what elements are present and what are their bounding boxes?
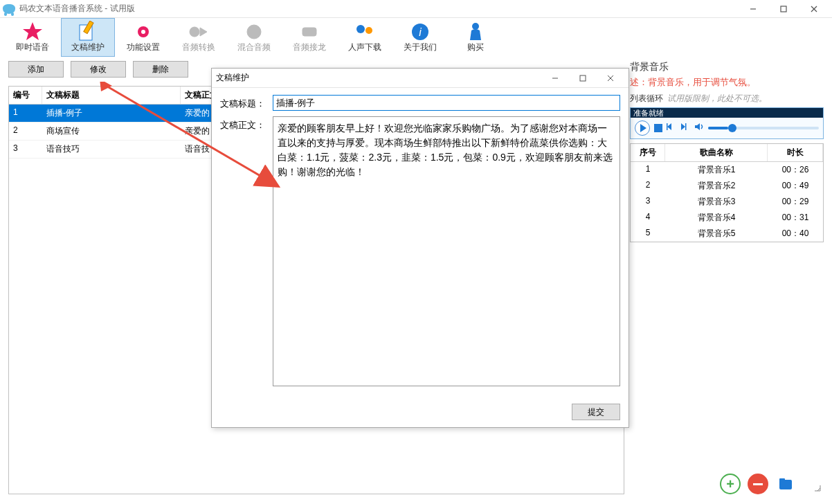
prev-button[interactable] — [667, 122, 676, 134]
toolbar-audio-chain[interactable]: 音频接龙 — [282, 18, 336, 57]
svg-rect-20 — [779, 478, 785, 481]
svg-text:i: i — [419, 26, 422, 38]
svg-rect-22 — [580, 75, 586, 81]
svg-rect-18 — [685, 123, 687, 130]
svg-rect-11 — [302, 28, 316, 36]
add-music-button[interactable]: + — [720, 474, 741, 494]
toolbar-doc-maintain[interactable]: 文稿维护 — [61, 18, 115, 57]
svg-point-10 — [247, 25, 261, 39]
toolbar-label: 即时语音 — [16, 42, 49, 53]
toolbar-mix-audio[interactable]: 混合音频 — [227, 18, 281, 57]
title-label: 文稿标题： — [220, 95, 273, 110]
toolbar-label: 混合音频 — [237, 42, 271, 53]
toolbar-audio-convert[interactable]: 音频转换 — [172, 18, 226, 57]
svg-rect-19 — [779, 480, 792, 489]
music-row[interactable]: 5背景音乐500：40 — [631, 226, 823, 242]
resize-handle[interactable] — [803, 474, 824, 494]
svg-rect-1 — [781, 6, 786, 12]
col-title: 文稿标题 — [42, 87, 181, 104]
toolbar-label: 功能设置 — [127, 42, 160, 53]
close-button[interactable] — [799, 0, 829, 18]
title-input[interactable] — [273, 95, 620, 111]
buy-icon — [464, 22, 487, 42]
submit-button[interactable]: 提交 — [572, 404, 620, 420]
titlebar: 码农文本语音播音系统 - 试用版 — [0, 0, 832, 18]
music-row[interactable]: 1背景音乐100：26 — [631, 162, 823, 178]
svg-point-9 — [190, 27, 199, 37]
toolbar-about[interactable]: i 关于我们 — [393, 18, 447, 57]
dialog-maximize-button[interactable] — [569, 69, 597, 88]
toolbar-buy[interactable]: 购买 — [449, 18, 503, 57]
doc-edit-dialog: 文稿维护 文稿标题： 文稿正文： 提交 — [211, 68, 629, 428]
window-title: 码农文本语音播音系统 - 试用版 — [19, 3, 135, 15]
toolbar-label: 文稿维护 — [71, 42, 105, 53]
svg-point-16 — [472, 23, 479, 30]
app-icon — [3, 4, 15, 14]
music-row[interactable]: 3背景音乐300：29 — [631, 194, 823, 210]
toolbar-voice-download[interactable]: 人声下载 — [338, 18, 392, 57]
remove-music-button[interactable] — [748, 474, 768, 494]
toolbar-label: 关于我们 — [404, 42, 437, 53]
play-button[interactable] — [635, 120, 650, 136]
svg-marker-4 — [23, 22, 42, 40]
music-row[interactable]: 4背景音乐400：31 — [631, 210, 823, 226]
toolbar-label: 购买 — [467, 42, 484, 53]
next-button[interactable] — [680, 122, 690, 134]
svg-point-8 — [141, 30, 145, 34]
delete-button[interactable]: 删除 — [133, 61, 188, 78]
toolbar-instant-voice[interactable]: 即时语音 — [6, 18, 60, 57]
toolbar-label: 音频转换 — [182, 42, 215, 53]
mix-icon — [243, 22, 265, 42]
body-label: 文稿正文： — [220, 116, 273, 132]
bgm-desc: 述：背景音乐，用于调节气氛。 — [630, 76, 824, 89]
minimize-button[interactable] — [738, 0, 768, 18]
progress-slider[interactable] — [708, 127, 819, 129]
toolbar-settings[interactable]: 功能设置 — [116, 18, 170, 57]
body-textarea[interactable] — [273, 116, 620, 386]
chain-icon — [298, 22, 320, 42]
audio-player: 准备就绪 — [630, 107, 824, 139]
volume-icon[interactable] — [694, 122, 704, 134]
music-table: 序号 歌曲名称 时长 1背景音乐100：26 2背景音乐200：49 3背景音乐… — [630, 143, 824, 242]
add-button[interactable]: 添加 — [8, 61, 64, 78]
maximize-button[interactable] — [768, 0, 799, 18]
gear-icon — [132, 22, 154, 42]
toolbar-label: 音频接龙 — [293, 42, 326, 53]
info-icon: i — [409, 22, 431, 42]
dialog-minimize-button[interactable] — [541, 69, 569, 88]
convert-icon — [188, 22, 210, 42]
music-col-dur: 时长 — [768, 144, 823, 161]
loop-label: 列表循环 — [630, 93, 663, 105]
edit-icon — [77, 22, 99, 42]
dialog-title: 文稿维护 — [216, 72, 249, 84]
trial-note: 试用版限制，此处不可选。 — [667, 93, 767, 105]
music-col-name: 歌曲名称 — [665, 144, 768, 161]
dialog-close-button[interactable] — [597, 69, 624, 88]
folder-button[interactable] — [775, 474, 796, 494]
voice-icon — [354, 22, 376, 42]
player-status: 准备就绪 — [631, 108, 823, 118]
bgm-title: 背景音乐 — [630, 61, 824, 73]
star-icon — [21, 22, 44, 42]
music-row[interactable]: 2背景音乐200：49 — [631, 178, 823, 194]
svg-rect-17 — [667, 123, 668, 130]
toolbar-label: 人声下载 — [348, 42, 381, 53]
svg-point-12 — [356, 25, 365, 33]
svg-point-13 — [365, 27, 372, 34]
stop-button[interactable] — [654, 124, 662, 132]
edit-button[interactable]: 修改 — [71, 61, 126, 78]
col-number: 编号 — [9, 87, 42, 104]
music-col-num: 序号 — [631, 144, 665, 161]
main-toolbar: 即时语音 文稿维护 功能设置 音频转换 混合音频 音频接龙 人声下载 i 关于我… — [0, 18, 832, 57]
